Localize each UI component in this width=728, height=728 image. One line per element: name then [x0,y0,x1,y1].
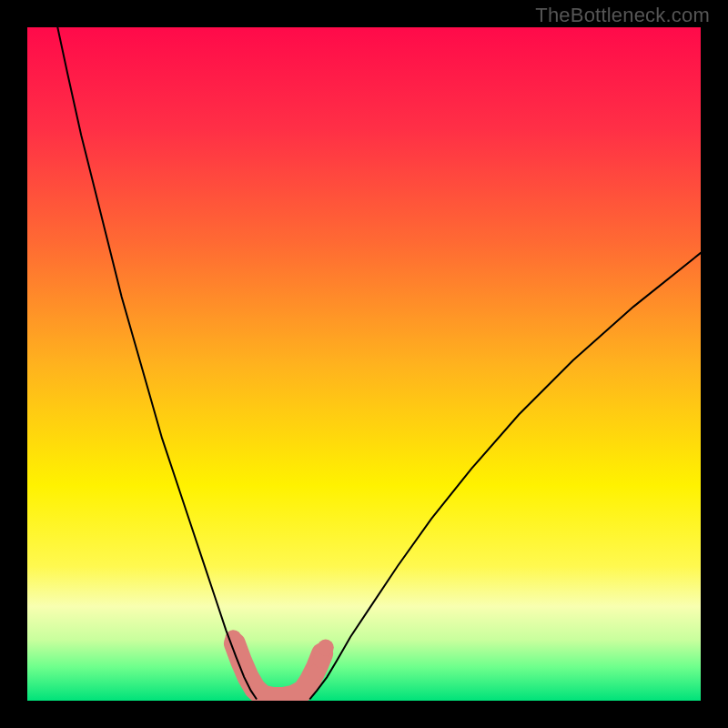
plot-area [27,27,701,701]
chart-frame: TheBottleneck.com [0,0,728,728]
chart-svg [27,27,701,701]
marker-dot [318,640,334,656]
watermark-text: TheBottleneck.com [535,4,710,27]
gradient-background [27,27,701,701]
